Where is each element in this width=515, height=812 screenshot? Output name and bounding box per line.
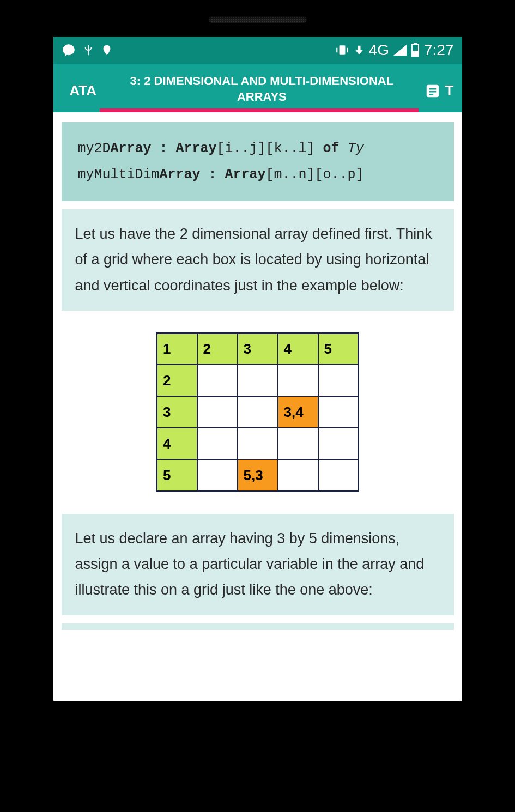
tab-left[interactable]: ATA [62, 77, 105, 105]
grid-header-cell: 2 [197, 333, 238, 365]
grid-cell [238, 365, 278, 396]
grid-cell [238, 428, 278, 459]
grid-cell [278, 365, 318, 396]
paragraph-1: Let us have the 2 dimensional array defi… [62, 209, 454, 311]
status-right: 4G 7:27 [335, 41, 454, 59]
screen: 4G 7:27 ATA 3: 2 DIMENSIONAL AND MULTI-D… [53, 37, 462, 701]
grid-cell [318, 428, 359, 459]
grid-cell [318, 396, 359, 428]
grid-diagram: 1 2 3 4 5 2 3 [53, 332, 462, 492]
code-line-2: myMultiDimArray : Array[m..n][o..p] [78, 162, 438, 188]
messenger-icon [62, 43, 76, 57]
grid-cell [197, 365, 238, 396]
phone-speaker [209, 16, 307, 23]
table-row: 2 [157, 365, 359, 396]
grid-header-cell: 1 [157, 333, 197, 365]
grid-cell [278, 428, 318, 459]
tab-right[interactable]: T [419, 77, 454, 105]
grid-table: 1 2 3 4 5 2 3 [156, 332, 359, 492]
grid-row-header: 2 [157, 365, 197, 396]
code-block: my2DArray : Array[i..j][k..l] of Ty myMu… [62, 122, 454, 201]
battery-icon [411, 43, 420, 57]
note-icon [425, 83, 441, 99]
phone-frame: 4G 7:27 ATA 3: 2 DIMENSIONAL AND MULTI-D… [43, 0, 473, 723]
paragraph-2: Let us declare an array having 3 by 5 di… [62, 514, 454, 615]
grid-cell [197, 428, 238, 459]
location-small-icon [354, 45, 365, 56]
grid-cell-highlighted: 3,4 [278, 396, 318, 428]
grid-cell [197, 459, 238, 491]
grid-row-header: 5 [157, 459, 197, 491]
table-row: 3 3,4 [157, 396, 359, 428]
vibrate-icon [335, 43, 349, 57]
tab-indicator [100, 108, 419, 112]
signal-icon [393, 45, 407, 56]
tab-center-active[interactable]: 3: 2 DIMENSIONAL AND MULTI-DIMENSIONAL A… [105, 69, 419, 112]
app-header: ATA 3: 2 DIMENSIONAL AND MULTI-DIMENSION… [53, 64, 462, 112]
clock-time: 7:27 [424, 41, 454, 59]
status-bar: 4G 7:27 [53, 37, 462, 64]
grid-cell [318, 459, 359, 491]
grid-cell [278, 459, 318, 491]
svg-rect-0 [339, 45, 345, 54]
grid-row-header: 3 [157, 396, 197, 428]
table-row: 4 [157, 428, 359, 459]
network-label: 4G [369, 41, 389, 59]
tab-right-label: T [445, 82, 454, 99]
location-icon [101, 43, 113, 57]
grid-header-cell: 4 [278, 333, 318, 365]
svg-rect-3 [414, 43, 417, 45]
grid-row-header: 4 [157, 428, 197, 459]
table-row: 5 5,3 [157, 459, 359, 491]
content-area[interactable]: my2DArray : Array[i..j][k..l] of Ty myMu… [53, 112, 462, 640]
svg-rect-2 [412, 51, 419, 56]
table-row: 1 2 3 4 5 [157, 333, 359, 365]
code-line-1: my2DArray : Array[i..j][k..l] of Ty [78, 136, 438, 162]
grid-cell-highlighted: 5,3 [238, 459, 278, 491]
grid-header-cell: 5 [318, 333, 359, 365]
grid-cell [318, 365, 359, 396]
grid-cell [197, 396, 238, 428]
psi-icon [82, 44, 94, 56]
next-block-hint [62, 623, 454, 630]
grid-cell [238, 396, 278, 428]
grid-header-cell: 3 [238, 333, 278, 365]
status-left-icons [62, 43, 113, 57]
